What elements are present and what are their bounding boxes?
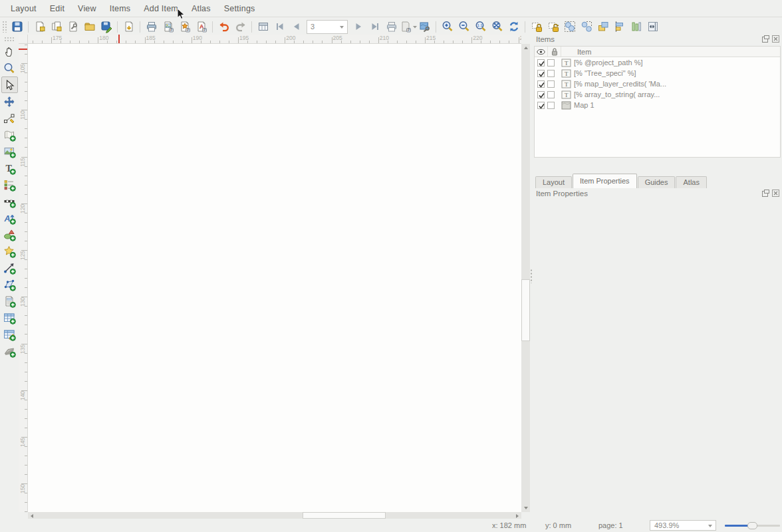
zoom-full-button[interactable] (489, 19, 505, 35)
items-tree-row[interactable]: T[% @project_path %] (535, 57, 780, 68)
print-atlas-button[interactable] (383, 19, 400, 35)
first-feature-button[interactable] (271, 19, 288, 35)
toolbox-drag-handle[interactable] (4, 37, 15, 41)
preview-atlas-button[interactable] (255, 19, 271, 35)
items-tree-row[interactable]: T[% "Tree_speci" %] (535, 68, 780, 78)
lock-checkbox[interactable] (547, 70, 555, 77)
save-as-template-button[interactable] (98, 19, 114, 35)
add-3d-map-tool[interactable] (1, 342, 18, 359)
items-tree-row[interactable]: T[% array_to_string( array... (535, 89, 780, 100)
add-north-arrow-tool[interactable]: A (1, 209, 18, 226)
ruler-tick (33, 41, 33, 43)
pan-layout-tool[interactable] (1, 43, 18, 60)
visibility-column-header[interactable] (535, 47, 548, 57)
last-feature-button[interactable] (366, 19, 383, 35)
next-feature-button[interactable] (350, 19, 366, 35)
visibility-checkbox[interactable] (537, 91, 545, 98)
previous-feature-button[interactable] (288, 19, 305, 35)
add-html-tool[interactable] (1, 293, 18, 309)
visibility-checkbox[interactable] (537, 102, 545, 109)
move-item-content-tool[interactable] (1, 93, 18, 110)
scroll-up-arrow-icon[interactable] (524, 47, 528, 49)
atlas-feature-combo[interactable]: 3 (307, 20, 348, 34)
lock-checkbox[interactable] (547, 59, 555, 66)
zoom-slider[interactable] (725, 525, 780, 527)
unlock-all-items-button[interactable] (545, 19, 561, 35)
lock-checkbox[interactable] (547, 80, 555, 88)
visibility-checkbox[interactable] (537, 59, 545, 66)
raise-selected-items-button[interactable] (594, 19, 611, 35)
float-panel-icon[interactable] (762, 35, 769, 43)
refresh-view-button[interactable] (505, 19, 522, 35)
export-as-image-button[interactable]: P (160, 19, 176, 35)
add-map-tool[interactable] (1, 126, 18, 143)
float-panel-icon[interactable] (762, 190, 769, 197)
resize-selected-items-button[interactable] (644, 19, 661, 35)
print-layout-button[interactable] (143, 19, 160, 35)
add-marker-tool[interactable] (1, 243, 18, 259)
menu-view[interactable]: View (71, 1, 103, 17)
scroll-left-arrow-icon[interactable] (31, 514, 33, 518)
horizontal-scrollbar-thumb[interactable] (303, 512, 386, 519)
distribute-selected-items-button[interactable] (628, 19, 644, 35)
lock-checkbox[interactable] (547, 102, 555, 109)
items-tree-row[interactable]: T[% map_layer_credits( 'Ma... (535, 78, 780, 89)
layout-properties-button[interactable] (65, 19, 81, 35)
lock-selected-items-button[interactable] (528, 19, 545, 35)
vertical-scrollbar-thumb[interactable] (521, 279, 530, 341)
zoom-actual-button[interactable]: 1:1 (472, 19, 489, 35)
menu-items[interactable]: Items (103, 1, 138, 17)
menu-atlas[interactable]: Atlas (185, 1, 217, 17)
undo-button[interactable] (215, 19, 232, 35)
scroll-down-arrow-icon[interactable] (524, 507, 528, 509)
tab-guides[interactable]: Guides (638, 176, 676, 188)
save-project-button[interactable] (9, 19, 25, 35)
zoom-in-button[interactable] (439, 19, 456, 35)
add-node-item-tool[interactable] (1, 276, 18, 293)
add-picture-tool[interactable] (1, 143, 18, 160)
visibility-checkbox[interactable] (537, 70, 545, 77)
menu-edit[interactable]: Edit (43, 1, 71, 17)
add-attribute-table-tool[interactable] (1, 309, 18, 326)
add-arrow-tool[interactable] (1, 259, 18, 276)
export-as-pdf-button[interactable]: AP (193, 19, 209, 35)
select-move-item-tool[interactable] (1, 76, 18, 93)
add-label-tool[interactable]: T (1, 160, 18, 176)
redo-button[interactable] (232, 19, 249, 35)
lock-column-header[interactable] (548, 47, 561, 57)
menu-layout[interactable]: Layout (4, 1, 43, 17)
zoom-out-button[interactable] (456, 19, 472, 35)
ungroup-items-button[interactable] (578, 19, 594, 35)
add-legend-tool[interactable] (1, 176, 18, 193)
tab-item-properties[interactable]: Item Properties (573, 174, 637, 188)
lock-checkbox[interactable] (547, 91, 555, 98)
vertical-scrollbar[interactable] (521, 44, 530, 512)
scroll-right-arrow-icon[interactable] (516, 514, 519, 518)
zoom-level-combobox[interactable]: 493.9% (650, 520, 716, 531)
horizontal-scrollbar[interactable] (28, 512, 521, 519)
add-items-from-template-button[interactable] (120, 19, 137, 35)
layout-canvas-page[interactable] (28, 44, 521, 512)
export-atlas-button[interactable]: P (400, 19, 416, 35)
align-selected-items-button[interactable] (611, 19, 628, 35)
add-fixed-table-tool[interactable] (1, 326, 18, 342)
close-panel-icon[interactable] (772, 190, 779, 197)
layout-manager-button[interactable] (81, 19, 98, 35)
new-layout-button[interactable] (31, 19, 48, 35)
group-items-button[interactable] (561, 19, 578, 35)
menu-settings[interactable]: Settings (217, 1, 262, 17)
edit-nodes-item-tool[interactable] (1, 110, 18, 126)
zoom-tool-tool[interactable] (1, 60, 18, 76)
item-column-header[interactable]: Item (561, 47, 780, 57)
zoom-slider-handle[interactable] (747, 522, 757, 529)
toolbar-drag-handle[interactable] (2, 21, 7, 33)
visibility-checkbox[interactable] (537, 80, 545, 88)
add-shape-tool[interactable] (1, 226, 18, 243)
tab-atlas[interactable]: Atlas (676, 176, 706, 188)
duplicate-layout-button[interactable] (48, 19, 65, 35)
close-panel-icon[interactable] (772, 35, 779, 43)
tab-layout[interactable]: Layout (535, 176, 572, 188)
items-tree-row[interactable]: Map 1 (535, 100, 780, 110)
atlas-settings-button[interactable] (416, 19, 433, 35)
add-scalebar-tool[interactable] (1, 193, 18, 209)
